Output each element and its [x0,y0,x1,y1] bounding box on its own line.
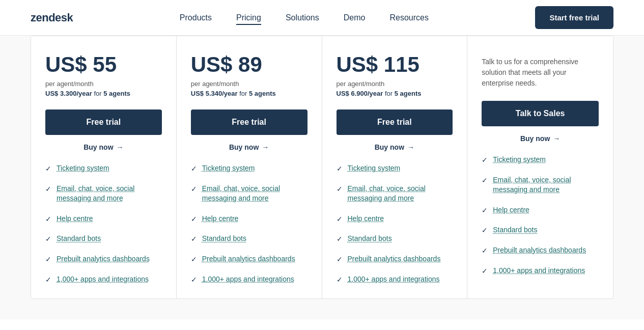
arrow-icon: → [407,143,414,151]
feature-item: ✓ Ticketing system [45,163,162,174]
nav-item-solutions[interactable]: Solutions [286,13,319,22]
feature-link[interactable]: Help centre [348,214,384,224]
feature-item: ✓ Help centre [337,214,453,224]
feature-link[interactable]: Ticketing system [57,163,109,174]
buy-now-label: Buy now [83,143,113,151]
check-icon: ✓ [337,185,343,193]
check-icon: ✓ [482,156,488,164]
check-icon: ✓ [337,164,343,173]
feature-link[interactable]: Help centre [57,214,93,224]
nav-links: Products Pricing Solutions Demo Resource… [180,13,429,22]
nav-item-demo[interactable]: Demo [344,13,366,22]
feature-link[interactable]: Standard bots [57,234,101,244]
check-icon: ✓ [337,255,343,263]
buy-now-button[interactable]: Buy now → [191,143,307,151]
main-nav: zendesk Products Pricing Solutions Demo … [0,0,644,36]
feature-item: ✓ Prebuilt analytics dashboards [482,245,599,256]
check-icon: ✓ [45,255,51,263]
check-icon: ✓ [191,215,197,223]
feature-link[interactable]: Prebuilt analytics dashboards [348,254,441,264]
check-icon: ✓ [191,255,197,263]
check-icon: ✓ [337,235,343,243]
feature-link[interactable]: Prebuilt analytics dashboards [493,245,586,256]
feature-item: ✓ Help centre [482,205,599,215]
plan-col-suite-growth: US$ 89 per agent/month US$ 5.340/year fo… [177,36,322,298]
feature-link[interactable]: Help centre [202,214,239,224]
check-icon: ✓ [482,246,488,255]
check-icon: ✓ [482,226,488,234]
feature-link[interactable]: Ticketing system [348,163,401,174]
feature-link[interactable]: Help centre [493,205,529,215]
feature-link[interactable]: Email, chat, voice, social messaging and… [57,184,162,204]
feature-link[interactable]: 1,000+ apps and integrations [57,274,149,285]
plan-annual: US$ 6.900/year for 5 agents [337,90,453,97]
enterprise-description: Talk to us for a comprehensive solution … [482,57,599,89]
check-icon: ✓ [191,185,197,193]
check-icon: ✓ [45,276,51,284]
feature-link[interactable]: Standard bots [493,225,537,235]
feature-item: ✓ Help centre [191,214,307,224]
buy-now-button[interactable]: Buy now → [45,143,162,151]
feature-link[interactable]: Ticketing system [202,163,255,174]
feature-link[interactable]: Standard bots [202,234,246,244]
feature-link[interactable]: Ticketing system [493,155,546,165]
feature-link[interactable]: 1,000+ apps and integrations [348,274,440,285]
primary-cta-button[interactable]: Free trial [337,109,453,135]
arrow-icon: → [553,134,560,143]
plan-price: US$ 115 [337,52,453,77]
check-icon: ✓ [191,276,197,284]
buy-now-button[interactable]: Buy now → [337,143,453,151]
arrow-icon: → [262,143,269,151]
feature-item: ✓ Standard bots [45,234,162,244]
feature-link[interactable]: Prebuilt analytics dashboards [57,254,150,264]
feature-item: ✓ Email, chat, voice, social messaging a… [482,175,599,195]
feature-item: ✓ Email, chat, voice, social messaging a… [191,184,307,204]
feature-link[interactable]: 1,000+ apps and integrations [202,274,294,285]
feature-list: ✓ Ticketing system ✓ Email, chat, voice,… [45,163,162,284]
check-icon: ✓ [482,267,488,275]
buy-now-label: Buy now [520,134,550,143]
check-icon: ✓ [337,215,343,223]
plans-grid: US$ 55 per agent/month US$ 3.300/year fo… [31,36,613,299]
feature-link[interactable]: Standard bots [348,234,392,244]
check-icon: ✓ [191,235,197,243]
feature-item: ✓ 1,000+ apps and integrations [45,274,162,285]
feature-list: ✓ Ticketing system ✓ Email, chat, voice,… [191,163,307,284]
start-trial-button[interactable]: Start free trial [535,6,613,29]
feature-item: ✓ Prebuilt analytics dashboards [45,254,162,264]
primary-cta-button[interactable]: Free trial [191,109,307,135]
plan-col-suite-professional: US$ 115 per agent/month US$ 6.900/year f… [322,36,468,298]
plan-period: per agent/month [337,80,453,88]
check-icon: ✓ [45,164,51,173]
buy-now-label: Buy now [375,143,404,151]
check-icon: ✓ [482,176,488,184]
plan-annual: US$ 3.300/year for 5 agents [45,90,162,97]
plan-price: US$ 55 [45,52,162,77]
feature-item: ✓ Email, chat, voice, social messaging a… [45,184,162,204]
feature-link[interactable]: 1,000+ apps and integrations [493,266,585,276]
feature-item: ✓ Help centre [45,214,162,224]
check-icon: ✓ [191,164,197,173]
feature-item: ✓ Ticketing system [191,163,307,174]
check-icon: ✓ [45,215,51,223]
primary-cta-button[interactable]: Talk to Sales [482,101,599,126]
feature-item: ✓ Ticketing system [337,163,453,174]
feature-item: ✓ Standard bots [482,225,599,235]
buy-now-button[interactable]: Buy now → [482,134,599,143]
nav-item-products[interactable]: Products [180,13,212,22]
feature-item: ✓ 1,000+ apps and integrations [337,274,453,285]
check-icon: ✓ [337,276,343,284]
primary-cta-button[interactable]: Free trial [45,109,162,135]
feature-link[interactable]: Email, chat, voice, social messaging and… [348,184,453,204]
feature-link[interactable]: Email, chat, voice, social messaging and… [202,184,307,204]
feature-item: ✓ 1,000+ apps and integrations [191,274,307,285]
check-icon: ✓ [45,185,51,193]
feature-link[interactable]: Email, chat, voice, social messaging and… [493,175,599,195]
check-icon: ✓ [45,235,51,243]
nav-item-resources[interactable]: Resources [389,13,428,22]
buy-now-label: Buy now [229,143,259,151]
feature-link[interactable]: Prebuilt analytics dashboards [202,254,295,264]
nav-item-pricing[interactable]: Pricing [236,13,261,22]
plan-col-suite-enterprise: Talk to us for a comprehensive solution … [467,36,613,298]
check-icon: ✓ [482,206,488,214]
